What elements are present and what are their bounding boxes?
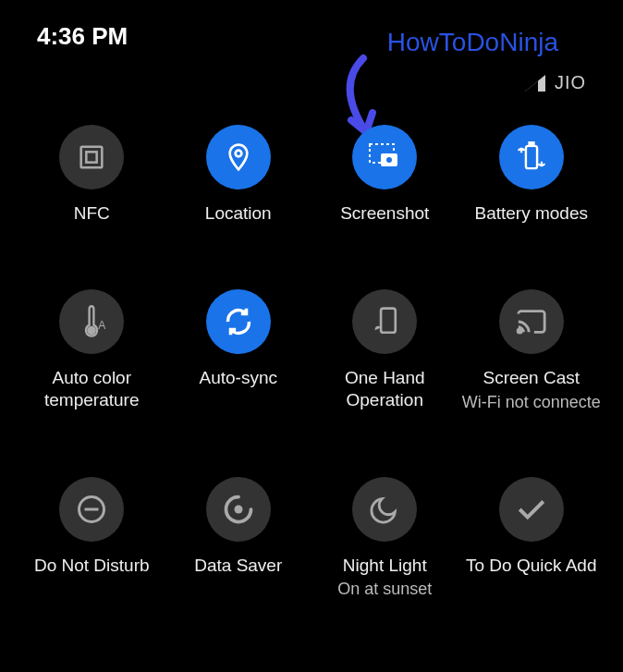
screenshot-icon [368, 142, 401, 172]
carrier-label: JIO [555, 72, 586, 93]
svg-point-10 [518, 329, 521, 333]
tile-todo-quick-add[interactable]: To Do Quick Add [458, 477, 605, 600]
tile-label: Do Not Disturb [34, 555, 150, 577]
carrier-row: JIO [525, 72, 586, 93]
svg-point-2 [235, 151, 241, 157]
tile-auto-color-toggle[interactable]: A [59, 289, 124, 354]
moon-icon [369, 494, 400, 525]
tile-data-saver[interactable]: Data Saver [165, 477, 312, 600]
tile-night-light[interactable]: Night Light On at sunset [312, 477, 458, 600]
tile-label: Location [205, 202, 272, 225]
tile-label: Auto color temperature [22, 367, 161, 411]
tile-dnd[interactable]: Do Not Disturb [18, 477, 165, 600]
sync-icon [223, 306, 254, 337]
tile-data-saver-toggle[interactable] [206, 477, 271, 542]
tile-sublabel: On at sunset [337, 580, 432, 599]
battery-icon [518, 141, 545, 173]
tile-auto-sync-toggle[interactable] [206, 289, 271, 354]
tile-location-toggle[interactable] [206, 125, 271, 189]
tile-nfc-toggle[interactable] [59, 125, 124, 189]
tile-nfc[interactable]: NFC [18, 125, 165, 225]
tile-sublabel: Wi-Fi not connected [462, 393, 601, 412]
tile-label: NFC [74, 202, 110, 225]
tile-label: Data Saver [194, 555, 282, 577]
svg-rect-9 [381, 308, 396, 332]
tile-screenshot-toggle[interactable] [352, 125, 417, 189]
checkmark-icon [516, 494, 547, 525]
tile-battery-modes[interactable]: Battery modes [458, 125, 605, 225]
tile-label: Screen Cast [483, 367, 580, 389]
svg-text:A: A [98, 319, 105, 332]
tile-battery-toggle[interactable] [499, 125, 564, 189]
tile-night-light-toggle[interactable] [352, 477, 417, 542]
tile-one-hand-toggle[interactable] [352, 289, 417, 354]
tile-auto-sync[interactable]: Auto-sync [165, 289, 312, 412]
tile-one-hand[interactable]: One Hand Operation [312, 289, 458, 412]
tile-screenshot[interactable]: Screenshot [312, 125, 458, 225]
svg-rect-5 [526, 146, 537, 168]
dnd-icon [75, 493, 108, 526]
signal-icon [525, 75, 545, 92]
tile-cast-toggle[interactable] [499, 289, 564, 354]
tile-label: Screenshot [340, 202, 429, 225]
tile-dnd-toggle[interactable] [59, 477, 124, 542]
nfc-icon [76, 141, 107, 173]
location-pin-icon [224, 142, 253, 172]
tile-label: Battery modes [475, 202, 589, 225]
clock-time: 4:36 PM [37, 22, 128, 51]
quick-settings-grid: NFC Location Screensho [0, 125, 623, 599]
tile-label: Night Light [343, 555, 427, 577]
tile-auto-color-temp[interactable]: A Auto color temperature [18, 289, 165, 412]
status-bar: 4:36 PM HowToDoNinja [0, 0, 623, 57]
svg-rect-6 [529, 142, 533, 146]
tile-screen-cast[interactable]: Screen Cast Wi-Fi not connected [458, 289, 605, 412]
svg-point-4 [385, 156, 393, 164]
data-saver-icon [222, 493, 255, 526]
tile-label: One Hand Operation [315, 367, 454, 411]
tile-label: To Do Quick Add [466, 555, 597, 577]
tile-location[interactable]: Location [165, 125, 312, 225]
svg-rect-1 [87, 152, 97, 162]
watermark-text: HowToDoNinja [387, 28, 558, 57]
tile-label: Auto-sync [200, 367, 277, 389]
cast-icon [516, 308, 547, 336]
one-hand-icon [370, 306, 399, 337]
svg-rect-0 [81, 147, 103, 168]
tile-todo-toggle[interactable] [499, 477, 564, 542]
thermometer-icon: A [78, 305, 105, 338]
svg-point-13 [234, 505, 242, 513]
svg-point-7 [89, 327, 95, 334]
